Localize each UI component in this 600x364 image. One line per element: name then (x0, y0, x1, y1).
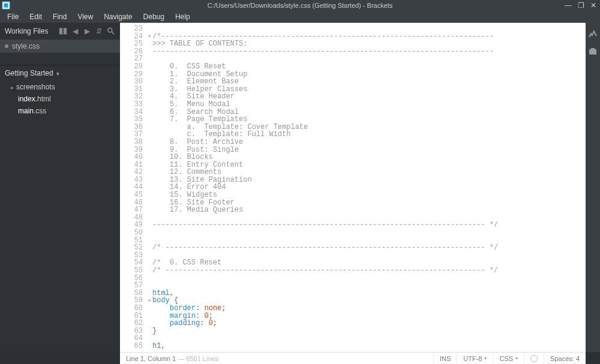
fold-toggle[interactable]: ▾ (146, 33, 152, 41)
menu-find[interactable]: Find (48, 11, 71, 22)
code-editor[interactable]: 2324252627282930313233343536373839404142… (120, 23, 600, 352)
menu-bar: FileEditFindViewNavigateDebugHelp (0, 11, 600, 23)
status-bar: Line 1, Column 1 — 6501 Lines INS UTF-8▾… (120, 352, 586, 364)
extensions-icon[interactable] (588, 47, 598, 56)
search-icon[interactable] (107, 27, 115, 35)
svg-rect-3 (64, 28, 67, 35)
language-selector[interactable]: CSS▾ (493, 353, 524, 365)
menu-view[interactable]: View (73, 11, 98, 22)
menu-debug[interactable]: Debug (139, 11, 169, 22)
sidebar: Working Files ◀ ▶ ⇵ style.css Getting St… (0, 23, 120, 352)
close-button[interactable]: ✕ (590, 1, 596, 10)
menu-edit[interactable]: Edit (25, 11, 47, 22)
tree-folder[interactable]: screenshots (2, 81, 120, 93)
svg-rect-6 (589, 49, 596, 55)
svg-line-5 (112, 32, 114, 34)
cursor-position[interactable]: Line 1, Column 1 (126, 355, 176, 362)
tree-file[interactable]: index.html (2, 93, 120, 105)
sort-icon[interactable]: ⇵ (95, 27, 103, 35)
menu-file[interactable]: File (2, 11, 23, 22)
title-bar: C:/Users/User/Downloads/style.css (Getti… (0, 0, 600, 11)
fold-toggle[interactable]: ▾ (146, 297, 152, 305)
line-number-gutter: 2324252627282930313233343536373839404142… (120, 23, 146, 352)
svg-point-4 (108, 28, 112, 32)
working-files-list: style.css (0, 40, 120, 53)
chevron-down-icon: ▾ (56, 71, 59, 77)
project-dropdown[interactable]: Getting Started ▾ (0, 65, 120, 81)
minimize-button[interactable]: — (565, 1, 572, 10)
project-name: Getting Started (5, 69, 53, 77)
menu-help[interactable]: Help (170, 11, 195, 22)
linting-status-icon[interactable] (524, 353, 544, 365)
split-view-icon[interactable] (59, 27, 67, 35)
working-file[interactable]: style.css (0, 40, 120, 53)
svg-rect-7 (591, 48, 595, 50)
maximize-button[interactable]: ❐ (578, 1, 584, 10)
window-title: C:/Users/User/Downloads/style.css (Getti… (0, 2, 600, 9)
svg-rect-2 (59, 28, 62, 35)
working-files-label: Working Files (5, 27, 48, 35)
indentation-selector[interactable]: Spaces: 4 (544, 353, 586, 365)
right-toolbar (586, 23, 600, 352)
nav-forward-icon[interactable]: ▶ (83, 27, 91, 35)
nav-back-icon[interactable]: ◀ (71, 27, 79, 35)
tree-file[interactable]: main.css (2, 105, 120, 117)
insert-mode[interactable]: INS (433, 353, 457, 365)
svg-rect-1 (4, 4, 8, 8)
code-content[interactable]: /*--------------------------------------… (152, 23, 593, 352)
file-tree: screenshots index.htmlmain.css (0, 81, 120, 117)
working-files-header[interactable]: Working Files ◀ ▶ ⇵ (0, 23, 120, 40)
total-lines: 6501 Lines (186, 355, 218, 362)
app-icon (2, 1, 10, 10)
menu-navigate[interactable]: Navigate (99, 11, 137, 22)
encoding-selector[interactable]: UTF-8▾ (457, 353, 493, 365)
live-preview-icon[interactable] (588, 29, 598, 38)
